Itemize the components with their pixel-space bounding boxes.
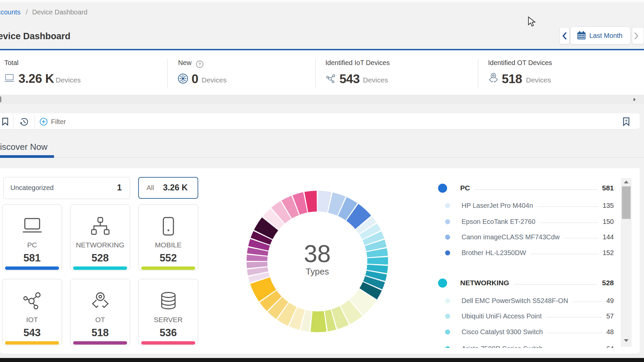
svg-text:?: ? bbox=[199, 62, 201, 67]
